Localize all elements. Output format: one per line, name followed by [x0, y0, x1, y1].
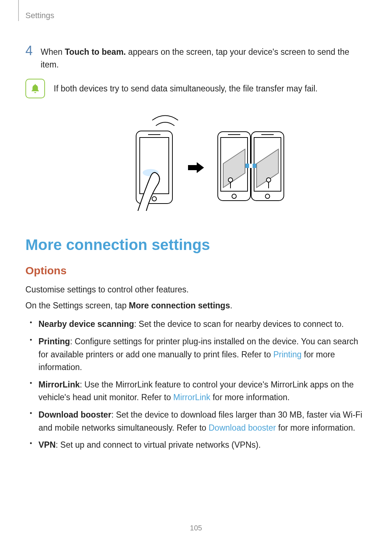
opt-printing: Printing: Configure settings for printer… — [38, 335, 367, 374]
link-mirrorlink[interactable]: MirrorLink — [173, 393, 210, 402]
options-list: Nearby device scanning: Set the device t… — [25, 318, 367, 452]
opt-printing-title: Printing — [38, 337, 70, 346]
p2-pre: On the Settings screen, tap — [25, 301, 129, 310]
svg-rect-5 — [188, 165, 197, 170]
page-number: 105 — [0, 524, 392, 532]
step-4: 4 When Touch to beam. appears on the scr… — [25, 46, 367, 71]
running-header: Settings — [25, 11, 367, 20]
opt-dl-title: Download booster — [38, 410, 111, 419]
opt-vpn-title: VPN — [38, 440, 56, 450]
beam-illustration — [25, 109, 367, 214]
opt-vpn-desc: : Set up and connect to virtual private … — [56, 440, 261, 450]
svg-point-2 — [152, 197, 156, 201]
svg-rect-20 — [249, 164, 253, 168]
opt-mirror-d2: for more information. — [211, 393, 290, 402]
note-bell-icon — [25, 79, 45, 98]
opt-mirrorlink: MirrorLink: Use the MirrorLink feature t… — [38, 378, 367, 404]
svg-point-15 — [265, 194, 270, 198]
opt-dl-d2: for more information. — [276, 423, 355, 432]
svg-point-9 — [232, 194, 236, 198]
page-content: Settings 4 When Touch to beam. appears o… — [0, 0, 392, 463]
step-text: When Touch to beam. appears on the scree… — [38, 46, 367, 71]
p2-post: . — [230, 301, 232, 310]
opt-nearby: Nearby device scanning: Set the device t… — [38, 318, 367, 331]
header-rule — [18, 0, 19, 21]
options-nav: On the Settings screen, tap More connect… — [25, 299, 367, 312]
heading-options: Options — [25, 264, 367, 277]
link-printing[interactable]: Printing — [273, 350, 302, 359]
step-pre: When — [41, 47, 65, 57]
svg-point-11 — [228, 178, 233, 182]
opt-mirror-title: MirrorLink — [38, 380, 80, 389]
options-intro: Customise settings to control other feat… — [25, 283, 367, 296]
heading-more-connection-settings: More connection settings — [25, 236, 367, 254]
note-text: If both devices try to send data simulta… — [54, 82, 318, 95]
opt-download-booster: Download booster: Set the device to down… — [38, 409, 367, 434]
step-number: 4 — [25, 44, 38, 57]
link-download-booster[interactable]: Download booster — [209, 423, 276, 432]
opt-nearby-title: Nearby device scanning — [38, 319, 134, 329]
opt-vpn: VPN: Set up and connect to virtual priva… — [38, 439, 367, 452]
step-bold: Touch to beam. — [65, 47, 126, 57]
svg-point-17 — [266, 178, 271, 182]
opt-nearby-desc: : Set the device to scan for nearby devi… — [134, 319, 344, 329]
svg-marker-6 — [197, 162, 204, 173]
p2-bold: More connection settings — [129, 301, 230, 310]
note: If both devices try to send data simulta… — [25, 79, 367, 98]
